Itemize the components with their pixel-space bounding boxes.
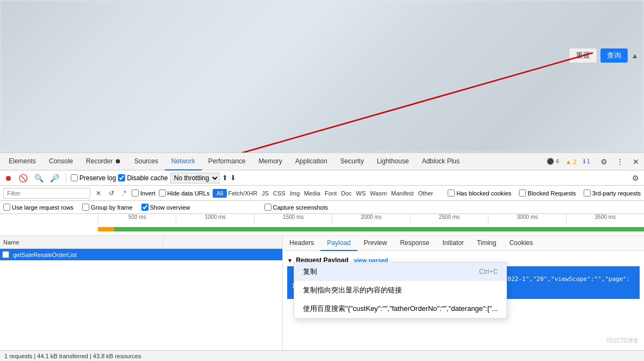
tab-security[interactable]: Security <box>334 153 370 170</box>
requests-header: Name <box>0 236 282 249</box>
filter-input[interactable] <box>3 188 90 199</box>
preserve-log-checkbox[interactable]: Preserve log <box>71 174 116 182</box>
clear-button[interactable]: 🚫 <box>16 173 30 183</box>
timeline-area: 500 ms 1000 ms 1500 ms 2000 ms 2500 ms 3… <box>0 214 644 236</box>
collapse-button[interactable]: ▲ <box>631 51 639 60</box>
tab-network[interactable]: Network <box>165 153 202 170</box>
tick-2000ms: 2000 ms <box>332 214 410 225</box>
tick-3000ms: 3000 ms <box>488 214 566 225</box>
tab-memory[interactable]: Memory <box>252 153 289 170</box>
filter-font[interactable]: Font <box>325 190 337 197</box>
filter-css[interactable]: CSS <box>273 190 286 197</box>
name-column-header: Name <box>0 236 163 248</box>
filter-js[interactable]: JS <box>262 190 269 197</box>
disable-cache-checkbox[interactable]: Disable cache <box>118 174 168 182</box>
webpage-background <box>0 0 644 152</box>
devtools-main-area: Name getSaleResaleOrderList Headers <box>0 236 644 350</box>
filter-types: All Fetch/XHR JS CSS Img Media Font Doc … <box>213 189 433 198</box>
blocked-requests-checkbox[interactable]: Blocked Requests <box>519 189 576 197</box>
options-row: Use large request rows Group by frame Sh… <box>0 201 644 214</box>
timeline-bar-orange <box>98 227 114 231</box>
filter-all[interactable]: All <box>213 189 227 198</box>
toolbar-separator-1 <box>66 173 66 183</box>
request-checkbox <box>0 251 11 258</box>
tab-lighthouse[interactable]: Lighthouse <box>370 153 416 170</box>
reset-button[interactable]: 重置 <box>569 48 597 63</box>
large-rows-checkbox[interactable]: Use large request rows <box>3 204 73 211</box>
context-menu-item-copy-link[interactable]: 复制指向突出显示的内容的链接 <box>294 281 506 299</box>
requests-panel: Name getSaleResaleOrderList <box>0 236 283 350</box>
tab-sources[interactable]: Sources <box>128 153 165 170</box>
filter-manifest[interactable]: Manifest <box>391 190 414 197</box>
filter-wasm[interactable]: Wasm <box>370 190 387 197</box>
filter-button[interactable]: 🔍 <box>32 173 46 183</box>
status-bar: 1 requests | 44.1 kB transferred | 43.8 … <box>0 350 644 361</box>
filter-ws[interactable]: WS <box>356 190 366 197</box>
warning-badge: ▲ 2 <box>566 158 577 165</box>
filter-doc[interactable]: Doc <box>341 190 352 197</box>
details-tab-response[interactable]: Response <box>393 236 436 251</box>
error-badge: ⚫ 4 <box>547 158 559 165</box>
details-panel: Headers Payload Preview Response Initiat… <box>283 236 644 350</box>
tick-500ms: 500 ms <box>98 214 176 225</box>
details-tab-headers[interactable]: Headers <box>283 236 320 251</box>
third-party-checkbox[interactable]: 3rd-party requests <box>584 189 641 197</box>
devtools-tab-bar: Elements Console Recorder ⏺ Sources Netw… <box>0 153 644 170</box>
tick-1500ms: 1500 ms <box>254 214 332 225</box>
hide-data-urls-checkbox[interactable]: Hide data URLs <box>159 189 210 197</box>
tab-console[interactable]: Console <box>42 153 79 170</box>
context-menu: 复制 Ctrl+C 复制指向突出显示的内容的链接 使用百度搜索"{"custKe… <box>294 262 507 319</box>
filter-bar: ✕ ↺ .* Invert Hide data URLs All Fetch/X… <box>0 186 644 201</box>
group-by-frame-checkbox[interactable]: Group by frame <box>82 204 132 211</box>
requests-list: getSaleResaleOrderList <box>0 249 282 350</box>
details-tab-cookies[interactable]: Cookies <box>503 236 539 251</box>
import-button[interactable]: ⬆ <box>222 174 228 182</box>
filter-clear-button[interactable]: ✕ <box>94 188 103 198</box>
details-content: ▼ Request Payload view parsed {"custKey"… <box>283 251 644 350</box>
watermark: ©51CTO博客 <box>606 337 639 345</box>
info-badge: ℹ 1 <box>583 158 590 165</box>
filter-refresh-button[interactable]: ↺ <box>107 188 116 198</box>
show-overview-checkbox[interactable]: Show overview <box>141 204 190 211</box>
query-button[interactable]: 查询 <box>600 48 628 63</box>
tab-performance[interactable]: Performance <box>202 153 252 170</box>
network-toolbar: ⏺ 🚫 🔍 🔎 Preserve log Disable cache No th… <box>0 170 644 186</box>
filter-media[interactable]: Media <box>304 190 320 197</box>
request-name: getSaleResaleOrderList <box>11 252 282 258</box>
tab-recorder[interactable]: Recorder ⏺ <box>79 153 128 170</box>
tab-elements[interactable]: Elements <box>2 153 42 170</box>
blocked-cookies-checkbox[interactable]: Has blocked cookies <box>448 189 511 197</box>
context-menu-item-copy[interactable]: 复制 Ctrl+C <box>294 262 506 281</box>
filter-other[interactable]: Other <box>418 190 434 197</box>
export-button[interactable]: ⬇ <box>230 174 236 182</box>
context-menu-item-baidu-search[interactable]: 使用百度搜索"{"custKey":"","fatherOrderNo":"",… <box>294 299 506 318</box>
filter-regex-button[interactable]: .* <box>120 188 128 198</box>
payload-triangle: ▼ <box>287 258 293 264</box>
search-button[interactable]: 🔎 <box>48 173 61 183</box>
details-tab-initiator[interactable]: Initiator <box>436 236 470 251</box>
filter-fetch-xhr[interactable]: Fetch/XHR <box>228 190 257 197</box>
close-devtools-button[interactable]: ✕ <box>630 156 642 167</box>
tab-application[interactable]: Application <box>289 153 334 170</box>
capture-screenshots-checkbox[interactable]: Capture screenshots <box>264 204 329 211</box>
top-right-buttons: 重置 查询 ▲ <box>569 48 639 63</box>
details-tabs: Headers Payload Preview Response Initiat… <box>283 236 644 251</box>
devtools-panel: Elements Console Recorder ⏺ Sources Netw… <box>0 152 644 361</box>
details-tab-payload[interactable]: Payload <box>320 236 357 251</box>
details-tab-timing[interactable]: Timing <box>470 236 503 251</box>
tab-adblock[interactable]: Adblock Plus <box>416 153 466 170</box>
tick-1000ms: 1000 ms <box>176 214 253 225</box>
invert-checkbox[interactable]: Invert <box>132 189 156 197</box>
settings-button[interactable]: ⚙ <box>598 156 610 167</box>
record-button[interactable]: ⏺ <box>2 173 14 183</box>
filter-img[interactable]: Img <box>290 190 300 197</box>
timeline-bars <box>98 225 644 233</box>
network-settings-button[interactable]: ⚙ <box>629 173 642 183</box>
request-row[interactable]: getSaleResaleOrderList <box>0 249 282 261</box>
details-tab-preview[interactable]: Preview <box>357 236 394 251</box>
more-tools-button[interactable]: ⋮ <box>614 156 627 167</box>
throttling-select[interactable]: No throttling <box>170 173 220 183</box>
webpage-area: 重置 查询 ▲ <box>0 0 644 152</box>
timeline-bar-green <box>114 227 644 231</box>
tick-3500ms: 3500 ms <box>566 214 644 225</box>
